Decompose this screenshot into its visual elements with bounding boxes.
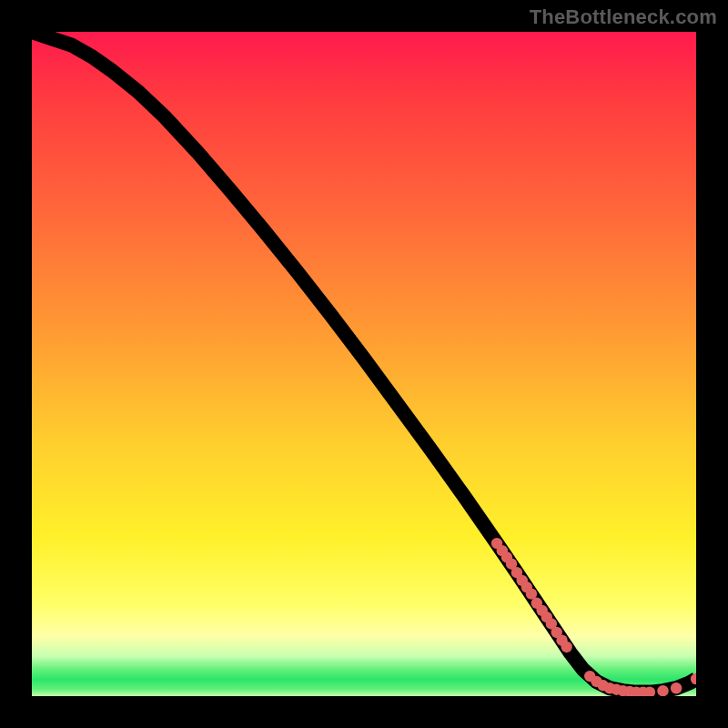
watermark-label: TheBottleneck.com [530,5,717,29]
highlight-points [491,538,696,696]
chart-frame: TheBottleneck.com [0,0,728,728]
chart-svg [32,32,696,696]
data-point [671,682,682,693]
plot-area [32,32,696,696]
data-point [657,685,668,696]
curve-line [32,32,696,693]
data-point [561,642,571,652]
